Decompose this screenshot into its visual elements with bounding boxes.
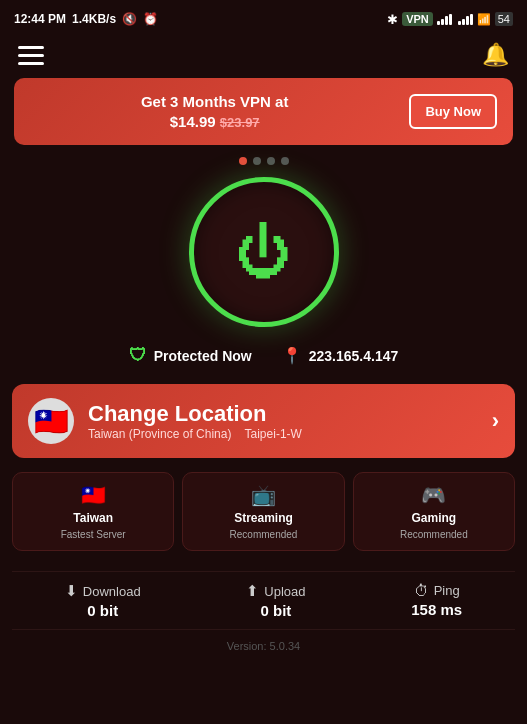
status-right: ✱ VPN 📶 54 (387, 12, 513, 27)
ping-label: Ping (434, 583, 460, 598)
gaming-title: Gaming (411, 511, 456, 525)
stat-download: ⬇ Download 0 bit (65, 582, 141, 619)
download-value: 0 bit (87, 602, 118, 619)
status-bar: 12:44 PM 1.4KB/s 🔇 ⏰ ✱ VPN 📶 54 (0, 0, 527, 36)
protected-label: Protected Now (154, 348, 252, 364)
taiwan-flag-icon: 🇹🇼 (81, 483, 106, 507)
chevron-right-icon: › (492, 408, 499, 434)
server-name: Taipei-1-W (245, 427, 302, 441)
stats-row: ⬇ Download 0 bit ⬆ Upload 0 bit ⏱ Ping 1… (12, 571, 515, 630)
banner-text: Get 3 Months VPN at $14.99 $23.97 (30, 92, 399, 131)
top-nav: 🔔 (0, 36, 527, 78)
mute-icon: 🔇 (122, 12, 137, 26)
quick-btn-taiwan[interactable]: 🇹🇼 Taiwan Fastest Server (12, 472, 174, 551)
power-section: ⏻ (0, 177, 527, 327)
time: 12:44 PM (14, 12, 66, 26)
upload-value: 0 bit (261, 602, 292, 619)
streaming-icon: 📺 (251, 483, 276, 507)
stat-upload: ⬆ Upload 0 bit (246, 582, 305, 619)
banner-price: $14.99 (170, 113, 216, 130)
ip-address: 📍 223.165.4.147 (282, 346, 399, 365)
ping-icon: ⏱ (414, 582, 429, 599)
battery-icon: 54 (495, 12, 513, 26)
hamburger-menu[interactable] (18, 46, 44, 65)
banner-original-price: $23.97 (220, 115, 260, 130)
country-flag: 🇹🇼 (28, 398, 74, 444)
quick-select-row: 🇹🇼 Taiwan Fastest Server 📺 Streaming Rec… (12, 472, 515, 551)
vpn-badge: VPN (402, 12, 433, 26)
dot-3[interactable] (267, 157, 275, 165)
banner-line1: Get 3 Months VPN at (141, 93, 289, 110)
taiwan-sub: Fastest Server (61, 529, 126, 540)
pin-icon: 📍 (282, 346, 302, 365)
bluetooth-icon: ✱ (387, 12, 398, 27)
ping-value: 158 ms (411, 601, 462, 618)
speed: 1.4KB/s (72, 12, 116, 26)
notification-bell-icon[interactable]: 🔔 (482, 42, 509, 68)
stat-ping: ⏱ Ping 158 ms (411, 582, 462, 619)
change-location-title: Change Location (88, 401, 492, 427)
signal-bars-2 (458, 14, 473, 25)
carousel-dots (0, 157, 527, 165)
alarm-icon: ⏰ (143, 12, 158, 26)
change-location-card[interactable]: 🇹🇼 Change Location Taiwan (Province of C… (12, 384, 515, 458)
upload-label: Upload (264, 584, 305, 599)
quick-btn-gaming[interactable]: 🎮 Gaming Recommended (353, 472, 515, 551)
location-info: Change Location Taiwan (Province of Chin… (88, 401, 492, 441)
ip-value: 223.165.4.147 (309, 348, 399, 364)
shield-check-icon: 🛡 (129, 345, 147, 366)
power-icon: ⏻ (236, 224, 292, 280)
country-name: Taiwan (Province of China) (88, 427, 231, 441)
streaming-sub: Recommended (230, 529, 298, 540)
dot-4[interactable] (281, 157, 289, 165)
connection-status-row: 🛡 Protected Now 📍 223.165.4.147 (0, 345, 527, 366)
quick-btn-streaming[interactable]: 📺 Streaming Recommended (182, 472, 344, 551)
protected-status: 🛡 Protected Now (129, 345, 252, 366)
download-icon: ⬇ (65, 582, 78, 600)
signal-bars (437, 14, 452, 25)
promo-banner[interactable]: Get 3 Months VPN at $14.99 $23.97 Buy No… (14, 78, 513, 145)
status-left: 12:44 PM 1.4KB/s 🔇 ⏰ (14, 12, 158, 26)
power-button[interactable]: ⏻ (189, 177, 339, 327)
version-label: Version: 5.0.34 (0, 640, 527, 652)
wifi-icon: 📶 (477, 13, 491, 26)
download-label: Download (83, 584, 141, 599)
buy-now-button[interactable]: Buy Now (409, 94, 497, 129)
upload-icon: ⬆ (246, 582, 259, 600)
location-sub: Taiwan (Province of China) Taipei-1-W (88, 427, 492, 441)
gaming-sub: Recommended (400, 529, 468, 540)
dot-2[interactable] (253, 157, 261, 165)
streaming-title: Streaming (234, 511, 293, 525)
dot-1[interactable] (239, 157, 247, 165)
taiwan-title: Taiwan (73, 511, 113, 525)
gaming-icon: 🎮 (421, 483, 446, 507)
